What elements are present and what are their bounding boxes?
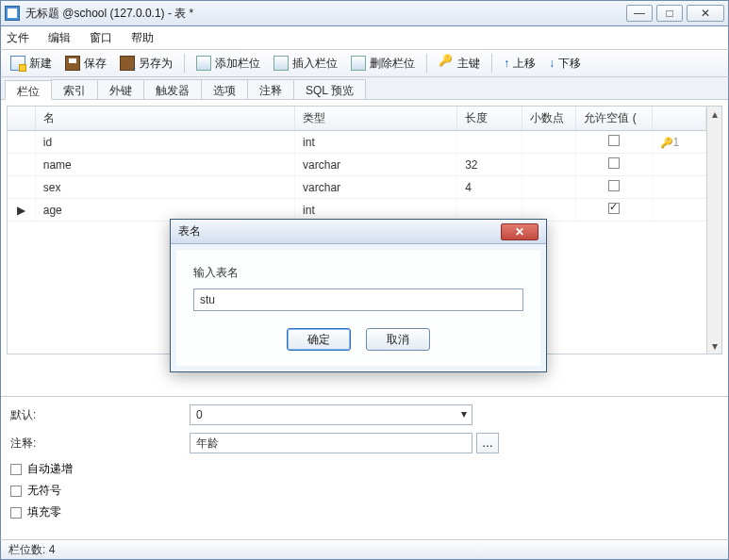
col-null[interactable]: 允许空值 ( xyxy=(576,107,652,131)
scroll-down-icon[interactable]: ▾ xyxy=(707,338,721,354)
cell-name[interactable]: name xyxy=(35,154,294,176)
cell-key[interactable]: 🔑1 xyxy=(652,131,705,154)
saveas-button[interactable]: 另存为 xyxy=(114,54,178,74)
unsigned-checkbox[interactable] xyxy=(10,486,22,497)
menu-edit[interactable]: 编辑 xyxy=(48,30,71,46)
ok-button[interactable]: 确定 xyxy=(287,328,351,351)
col-type[interactable]: 类型 xyxy=(295,107,457,131)
window-title: 无标题 @school (127.0.0.1) - 表 * xyxy=(25,6,626,22)
cell-key[interactable] xyxy=(652,176,705,199)
col-decimal[interactable]: 小数点 xyxy=(522,107,575,131)
cell-type[interactable]: varchar xyxy=(295,176,457,199)
maximize-button[interactable]: □ xyxy=(656,5,683,22)
cell-name[interactable]: id xyxy=(35,131,294,154)
col-name[interactable]: 名 xyxy=(35,107,294,131)
toolbar: 新建 保存 另存为 添加栏位 插入栏位 删除栏位 主键 ↑上移 ↓下移 xyxy=(0,49,729,77)
cancel-button[interactable]: 取消 xyxy=(366,328,430,351)
cell-length[interactable]: 32 xyxy=(457,154,522,176)
tab-trigger[interactable]: 触发器 xyxy=(143,79,202,99)
table-name-input[interactable] xyxy=(193,288,523,311)
tabbar: 栏位 索引 外键 触发器 选项 注释 SQL 预览 xyxy=(1,77,728,100)
row-indicator xyxy=(8,176,35,199)
scroll-up-icon[interactable]: ▴ xyxy=(707,107,721,122)
key-icon xyxy=(439,56,454,71)
titlebar: 无标题 @school (127.0.0.1) - 表 * — □ ✕ xyxy=(0,0,729,26)
menu-help[interactable]: 帮助 xyxy=(131,30,154,46)
minimize-button[interactable]: — xyxy=(626,5,653,22)
status-text: 栏位数: 4 xyxy=(8,542,55,558)
cell-name[interactable]: age xyxy=(35,199,294,222)
dialog-close-button[interactable]: ✕ xyxy=(501,223,538,240)
insertfield-button[interactable]: 插入栏位 xyxy=(268,54,343,74)
save-label: 保存 xyxy=(84,56,107,72)
col-indicator xyxy=(8,107,35,131)
cell-decimal[interactable] xyxy=(522,176,575,199)
deletefield-button[interactable]: 删除栏位 xyxy=(345,54,421,74)
table-row[interactable]: name varchar 32 xyxy=(8,154,706,176)
table-row[interactable]: id int 🔑1 xyxy=(8,131,706,154)
cell-decimal[interactable] xyxy=(522,131,575,154)
comment-label: 注释: xyxy=(10,436,190,452)
tab-option[interactable]: 选项 xyxy=(201,79,248,99)
moveup-label: 上移 xyxy=(513,56,536,72)
movedown-button[interactable]: ↓下移 xyxy=(543,54,587,74)
cell-null[interactable] xyxy=(576,154,652,176)
cell-null[interactable] xyxy=(576,199,652,222)
dialog-input-label: 输入表名 xyxy=(193,265,523,281)
window-buttons: — □ ✕ xyxy=(626,5,724,22)
vertical-scrollbar[interactable]: ▴ ▾ xyxy=(706,107,721,354)
separator xyxy=(491,54,492,73)
menu-file[interactable]: 文件 xyxy=(7,30,29,46)
insertfield-icon xyxy=(273,56,289,71)
tab-sqlpreview[interactable]: SQL 预览 xyxy=(293,79,366,99)
row-indicator xyxy=(8,131,35,154)
key-icon: 🔑 xyxy=(660,137,673,149)
table-row[interactable]: sex varchar 4 xyxy=(8,176,706,199)
default-combo[interactable] xyxy=(190,404,472,425)
primarykey-button[interactable]: 主键 xyxy=(433,54,486,74)
dialog-titlebar[interactable]: 表名 ✕ xyxy=(171,220,546,244)
cell-type[interactable]: int xyxy=(295,131,457,154)
null-checkbox[interactable] xyxy=(608,157,620,169)
row-indicator xyxy=(8,154,35,176)
tab-fields[interactable]: 栏位 xyxy=(5,80,52,100)
cell-null[interactable] xyxy=(576,131,652,154)
movedown-label: 下移 xyxy=(558,56,581,72)
moveup-button[interactable]: ↑上移 xyxy=(498,54,541,74)
menu-window[interactable]: 窗口 xyxy=(90,30,112,46)
cell-length[interactable]: 4 xyxy=(457,176,522,199)
col-key xyxy=(652,107,705,131)
addfield-button[interactable]: 添加栏位 xyxy=(191,54,266,74)
table-row[interactable]: ▶ age int xyxy=(8,199,706,222)
cell-key[interactable] xyxy=(652,199,705,222)
app-icon xyxy=(5,6,20,21)
autoinc-checkbox[interactable] xyxy=(10,464,22,475)
default-input[interactable] xyxy=(190,404,472,425)
cell-key[interactable] xyxy=(652,154,705,176)
tab-comment[interactable]: 注释 xyxy=(247,79,294,99)
comment-input[interactable] xyxy=(190,433,472,453)
zerofill-checkbox[interactable] xyxy=(10,507,22,519)
properties-panel: 默认: 注释: … 自动递增 无符号 填充零 xyxy=(1,396,728,539)
dialog-title: 表名 xyxy=(178,223,501,239)
new-button[interactable]: 新建 xyxy=(5,54,58,74)
fields-table[interactable]: 名 类型 长度 小数点 允许空值 ( id int xyxy=(8,107,706,222)
tab-index[interactable]: 索引 xyxy=(51,79,98,99)
tab-foreignkey[interactable]: 外键 xyxy=(97,79,144,99)
null-checkbox[interactable] xyxy=(608,135,620,146)
table-name-dialog: 表名 ✕ 输入表名 确定 取消 xyxy=(170,219,547,372)
null-checkbox[interactable] xyxy=(608,180,620,191)
close-button[interactable]: ✕ xyxy=(687,5,724,22)
col-length[interactable]: 长度 xyxy=(457,107,522,131)
cell-decimal[interactable] xyxy=(522,154,575,176)
save-button[interactable]: 保存 xyxy=(59,54,112,74)
null-checkbox[interactable] xyxy=(608,203,620,214)
cell-type[interactable]: varchar xyxy=(295,154,457,176)
comment-ellipsis-button[interactable]: … xyxy=(476,433,499,453)
cell-name[interactable]: sex xyxy=(35,176,294,199)
cell-null[interactable] xyxy=(576,176,652,199)
cell-type[interactable]: int xyxy=(295,199,457,222)
cell-decimal[interactable] xyxy=(522,199,575,222)
cell-length[interactable] xyxy=(457,131,522,154)
cell-length[interactable] xyxy=(457,199,522,222)
